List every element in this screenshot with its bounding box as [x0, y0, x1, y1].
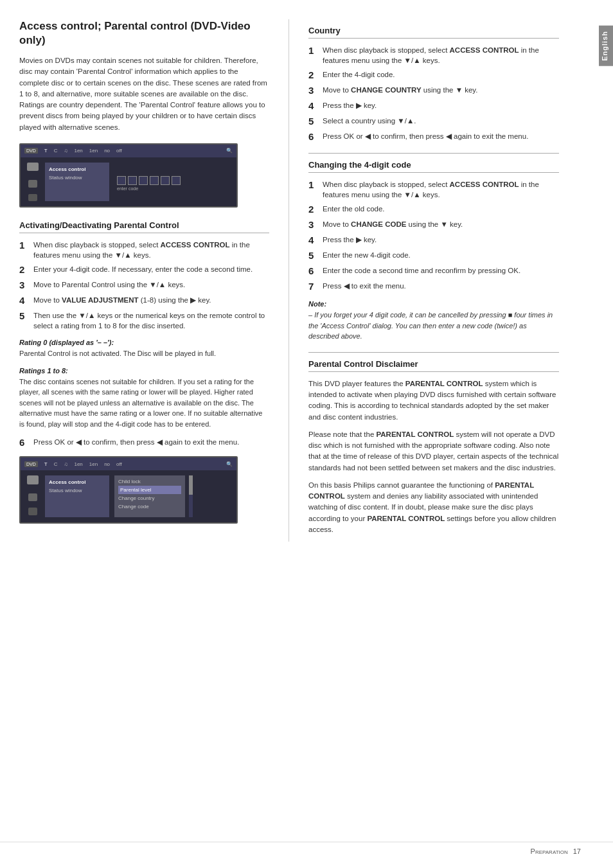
step6-num: 6 [19, 437, 33, 448]
cc-step2-content: Enter the old code. [323, 204, 559, 214]
note-ratings-body: The disc contains scenes not suitable fo… [19, 376, 269, 430]
step4-num: 4 [19, 295, 33, 306]
country-step1-num: 1 [308, 45, 323, 57]
step5-content: Then use the ▼/▲ keys or the numerical k… [33, 310, 269, 331]
step2-content: Enter your 4-digit code. If necessary, e… [33, 264, 269, 274]
screen2-icons [23, 473, 42, 520]
change-code-note: Note: – If you forget your 4 digit code,… [308, 300, 559, 342]
side-tab: English [599, 26, 613, 66]
screen1-menu-item-1: Access control [49, 165, 105, 173]
change-code-note-body: – If you forget your 4 digit code, it ca… [308, 310, 559, 342]
screen1-no: no [104, 148, 110, 154]
country-step4-content: Press the ▶ key. [323, 100, 559, 111]
screen1-icons [23, 160, 42, 204]
screen2-icon1 [27, 475, 39, 484]
screen2-mu: ♫ [64, 461, 67, 467]
code-digit-6 [172, 176, 181, 185]
screen2-menu-item-1: Access control [49, 478, 105, 486]
screen2-icon3 [28, 508, 37, 515]
dvd-screen-2: DVD T C ♫ 1en 1en no off 🔍 Access contro… [19, 456, 238, 524]
country-step2-num: 2 [308, 69, 323, 81]
screen1-c: C [54, 148, 58, 154]
step1-content: When disc playback is stopped, select AC… [33, 240, 269, 260]
screen2-t: T [44, 461, 48, 467]
country-step2-content: Enter the 4-digit code. [323, 69, 559, 80]
cc-step7-num: 7 [308, 281, 323, 292]
step3-num: 3 [19, 279, 33, 291]
disclaimer-bold1: PARENTAL CONTROL [405, 380, 483, 387]
screen2-sub-item-3: Change country [118, 494, 181, 502]
note-rating0-title: Rating 0 (displayed as '– –'): [19, 339, 269, 346]
screen1-icon3 [28, 194, 37, 201]
cc-step5: 5 Enter the new 4-digit code. [308, 250, 559, 261]
cc-step5-content: Enter the new 4-digit code. [323, 250, 559, 260]
step6-content: Press OK or ◀ to confirm, then press ◀ a… [33, 437, 269, 447]
country-step2: 2 Enter the 4-digit code. [308, 69, 559, 81]
screen2-sub-item-1: Child lock [118, 477, 181, 486]
country-step1: 1 When disc playback is stopped, select … [308, 45, 559, 66]
disclaimer-bold3: PARENTAL CONTROL [308, 481, 534, 500]
screen2-scrollbar [189, 475, 193, 517]
screen1-menu: Access control Status window [45, 163, 109, 201]
screen1-icon2 [28, 180, 37, 187]
screen1-code-box [117, 176, 181, 185]
change-code-steps-list: 1 When disc playback is stopped, select … [308, 179, 559, 292]
cc-step3-content: Move to CHANGE CODE using the ▼ key. [323, 219, 559, 229]
country-step5: 5 Select a country using ▼/▲. [308, 116, 559, 127]
divider2 [308, 352, 559, 353]
cc-step6: 6 Enter the code a second time and recon… [308, 265, 559, 277]
cc-step6-num: 6 [308, 265, 323, 277]
step3-content: Move to Parental Control using the ▼/▲ k… [33, 279, 269, 290]
cc-step1-content: When disc playback is stopped, select AC… [323, 179, 559, 200]
page-title: Access control; Parental control (DVD-Vi… [19, 19, 269, 48]
screen2-sub-item-4: Change code [118, 502, 181, 511]
cc-step7: 7 Press ◀ to exit the menu. [308, 281, 559, 292]
screen2-topbar: DVD T C ♫ 1en 1en no off 🔍 [21, 457, 236, 470]
footer-label: Preparation [531, 847, 568, 855]
note-rating0-body: Parental Control is not activated. The D… [19, 348, 269, 359]
disclaimer-bold2: PARENTAL CONTROL [377, 430, 454, 438]
cc-step2-num: 2 [308, 204, 323, 215]
disclaimer-heading: Parental Control Disclaimer [308, 359, 559, 372]
screen1-1en: 1en [74, 148, 82, 154]
screen1-mu: ♫ [64, 148, 67, 154]
step4-content: Move to VALUE ADJUSTMENT (1-8) using the… [33, 295, 269, 305]
screen2-scrollbar-thumb [189, 475, 193, 495]
step6: 6 Press OK or ◀ to confirm, then press ◀… [19, 437, 269, 448]
country-step5-num: 5 [308, 116, 323, 127]
screen1-menu-item-2: Status window [49, 173, 105, 182]
disclaimer-para1: This DVD player features the PARENTAL CO… [308, 378, 559, 423]
screen2-off: off [116, 461, 122, 467]
change-code-note-label: Note: [308, 300, 559, 308]
screen2-submenu: Child lock Parental level Change country… [114, 475, 185, 517]
step3: 3 Move to Parental Control using the ▼/▲… [19, 279, 269, 291]
screen1-t: T [44, 148, 48, 154]
disclaimer-para3: On this basis Philips cannot guarantee t… [308, 480, 559, 535]
intro-text: Movies on DVDs may contain scenes not su… [19, 55, 269, 133]
screen2-menu: Access control Status window [45, 475, 109, 517]
country-step4-num: 4 [308, 100, 323, 112]
screen2-no: no [104, 461, 110, 467]
disclaimer-para2: Please note that the PARENTAL CONTROL sy… [308, 429, 559, 474]
footer: Preparation 17 [0, 842, 613, 855]
side-tab-label: English [601, 31, 609, 61]
cc-step1-bold: ACCESS CONTROL [450, 181, 519, 188]
country-step3: 3 Move to CHANGE COUNTRY using the ▼ key… [308, 85, 559, 96]
disclaimer-bold4: PARENTAL CONTROL [367, 515, 445, 522]
code-digit-5 [161, 176, 170, 185]
cc-step2: 2 Enter the old code. [308, 204, 559, 215]
left-column: Access control; Parental control (DVD-Vi… [19, 19, 289, 542]
cc-step4: 4 Press the ▶ key. [308, 235, 559, 246]
country-step5-content: Select a country using ▼/▲. [323, 116, 559, 126]
screen1-1en2: 1en [89, 148, 98, 154]
divider1 [308, 153, 559, 154]
cc-step6-content: Enter the code a second time and reconfi… [323, 265, 559, 276]
country-step6: 6 Press OK or ◀ to confirm, then press ◀… [308, 131, 559, 143]
screen1-icon1 [27, 163, 39, 171]
screen2-c: C [54, 461, 58, 467]
step5-num: 5 [19, 310, 33, 322]
note-rating0: Rating 0 (displayed as '– –'): Parental … [19, 339, 269, 359]
screen2-body: Access control Status window Child lock … [21, 470, 236, 522]
step6-list: 6 Press OK or ◀ to confirm, then press ◀… [19, 437, 269, 448]
section1-heading: Activating/Deactivating Parental Control [19, 220, 269, 233]
